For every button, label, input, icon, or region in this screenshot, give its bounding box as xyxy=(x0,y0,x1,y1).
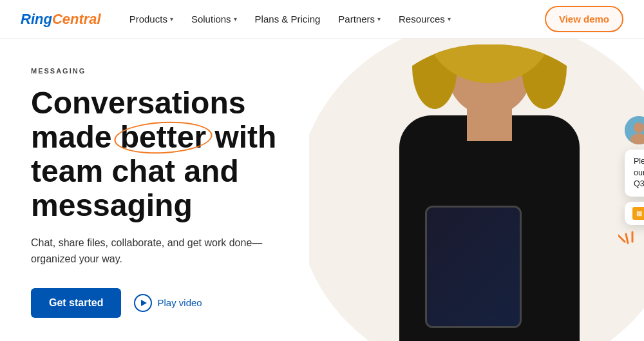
nav-item-resources[interactable]: Resources ▾ xyxy=(391,10,459,28)
nav-item-solutions[interactable]: Solutions ▾ xyxy=(184,10,245,28)
hero-title: Conversations made better with team chat… xyxy=(31,86,283,222)
hero-title-highlight: better xyxy=(120,121,206,155)
hero-right-content: Please, take a look at our company plan … xyxy=(309,39,644,341)
navbar: RingCentral Products ▾ Solutions ▾ Plans… xyxy=(0,0,644,39)
nav-label-solutions: Solutions xyxy=(191,14,231,24)
play-video-button[interactable]: Play video xyxy=(134,294,202,312)
play-video-label: Play video xyxy=(157,297,202,308)
spark-decoration xyxy=(618,222,644,251)
nav-links: Products ▾ Solutions ▾ Plans & Pricing P… xyxy=(122,10,545,28)
svg-line-4 xyxy=(626,234,628,243)
hero-subtitle: Chat, share files, collaborate, and get … xyxy=(31,235,263,268)
svg-line-3 xyxy=(618,235,625,242)
nav-item-pricing[interactable]: Plans & Pricing xyxy=(247,10,328,28)
chevron-down-icon: ▾ xyxy=(377,15,381,23)
logo-central-text: Central xyxy=(52,11,101,28)
chat-avatar xyxy=(625,116,644,144)
nav-label-pricing: Plans & Pricing xyxy=(255,14,321,24)
nav-item-products[interactable]: Products ▾ xyxy=(122,10,181,28)
chevron-down-icon: ▾ xyxy=(234,15,237,23)
nav-label-resources: Resources xyxy=(399,14,445,24)
hero-actions: Get started Play video xyxy=(31,288,283,318)
get-started-button[interactable]: Get started xyxy=(31,288,121,318)
chat-overlay: Please, take a look at our company plan … xyxy=(625,116,644,225)
chevron-down-icon: ▾ xyxy=(448,15,451,23)
chat-file-attachment: ▦ Q3_Planning.gslides xyxy=(625,202,644,225)
nav-item-partners[interactable]: Partners ▾ xyxy=(330,10,388,28)
nav-label-partners: Partners xyxy=(338,14,375,24)
hero-left-content: MESSAGING Conversations made better with… xyxy=(0,39,309,341)
play-icon xyxy=(134,294,152,312)
svg-point-1 xyxy=(634,122,644,133)
chat-bubble: Please, take a look at our company plan … xyxy=(625,150,644,197)
nav-label-products: Products xyxy=(129,14,167,24)
view-demo-button[interactable]: View demo xyxy=(545,6,623,32)
file-icon: ▦ xyxy=(632,207,644,220)
hero-section: MESSAGING Conversations made better with… xyxy=(0,39,644,341)
logo[interactable]: RingCentral xyxy=(21,11,101,28)
logo-ring-text: Ring xyxy=(21,11,52,28)
hero-tag: MESSAGING xyxy=(31,67,283,75)
chat-bubble-text: Please, take a look at our company plan … xyxy=(634,157,644,188)
chevron-down-icon: ▾ xyxy=(170,15,173,23)
